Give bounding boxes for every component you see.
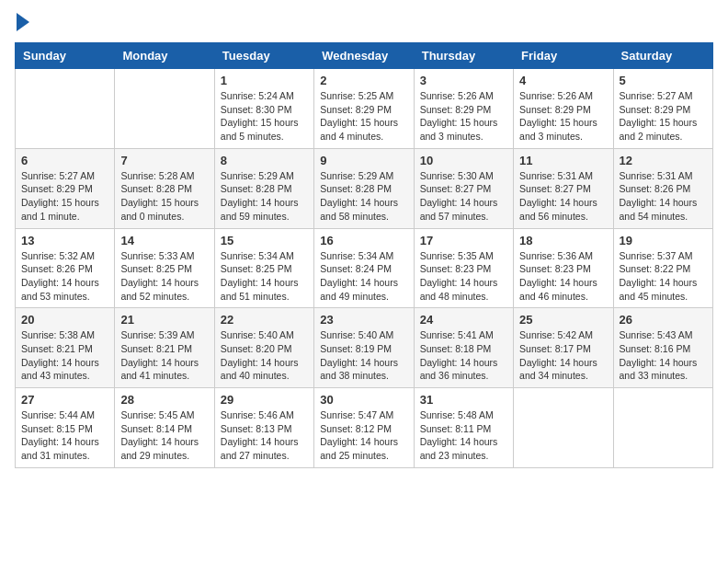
day-number: 22 bbox=[221, 313, 308, 327]
day-info: Sunrise: 5:29 AM Sunset: 8:28 PM Dayligh… bbox=[221, 169, 308, 224]
day-number: 21 bbox=[120, 313, 208, 327]
day-info: Sunrise: 5:27 AM Sunset: 8:29 PM Dayligh… bbox=[21, 169, 108, 224]
day-number: 9 bbox=[320, 154, 407, 167]
day-number: 3 bbox=[420, 74, 507, 87]
calendar-table: SundayMondayTuesdayWednesdayThursdayFrid… bbox=[15, 42, 713, 468]
calendar-cell: 31Sunrise: 5:48 AM Sunset: 8:11 PM Dayli… bbox=[414, 388, 513, 468]
calendar-cell: 26Sunrise: 5:43 AM Sunset: 8:16 PM Dayli… bbox=[613, 308, 712, 388]
calendar-cell: 15Sunrise: 5:34 AM Sunset: 8:25 PM Dayli… bbox=[214, 228, 313, 308]
day-number: 16 bbox=[320, 234, 407, 247]
day-number: 7 bbox=[120, 154, 208, 167]
calendar-week-row: 13Sunrise: 5:32 AM Sunset: 8:26 PM Dayli… bbox=[16, 228, 713, 308]
calendar-header-row: SundayMondayTuesdayWednesdayThursdayFrid… bbox=[16, 43, 713, 69]
calendar-cell: 16Sunrise: 5:34 AM Sunset: 8:24 PM Dayli… bbox=[314, 228, 414, 308]
day-number: 19 bbox=[620, 234, 707, 247]
day-info: Sunrise: 5:31 AM Sunset: 8:26 PM Dayligh… bbox=[620, 169, 707, 224]
day-info: Sunrise: 5:31 AM Sunset: 8:27 PM Dayligh… bbox=[519, 169, 607, 224]
day-number: 28 bbox=[120, 393, 208, 407]
day-of-week-header: Tuesday bbox=[214, 43, 313, 69]
calendar-cell: 24Sunrise: 5:41 AM Sunset: 8:18 PM Dayli… bbox=[414, 308, 513, 388]
calendar-cell: 4Sunrise: 5:26 AM Sunset: 8:29 PM Daylig… bbox=[514, 69, 613, 149]
day-number: 5 bbox=[620, 74, 707, 87]
day-number: 11 bbox=[519, 154, 607, 167]
day-info: Sunrise: 5:43 AM Sunset: 8:16 PM Dayligh… bbox=[620, 328, 707, 383]
day-info: Sunrise: 5:28 AM Sunset: 8:28 PM Dayligh… bbox=[120, 169, 208, 224]
day-number: 13 bbox=[21, 234, 108, 247]
calendar-cell: 11Sunrise: 5:31 AM Sunset: 8:27 PM Dayli… bbox=[514, 148, 613, 228]
calendar-cell bbox=[514, 388, 613, 468]
calendar-cell: 29Sunrise: 5:46 AM Sunset: 8:13 PM Dayli… bbox=[214, 388, 313, 468]
day-info: Sunrise: 5:33 AM Sunset: 8:25 PM Dayligh… bbox=[120, 249, 208, 304]
calendar-cell: 25Sunrise: 5:42 AM Sunset: 8:17 PM Dayli… bbox=[514, 308, 613, 388]
calendar-cell: 8Sunrise: 5:29 AM Sunset: 8:28 PM Daylig… bbox=[214, 148, 313, 228]
day-info: Sunrise: 5:48 AM Sunset: 8:11 PM Dayligh… bbox=[420, 408, 507, 463]
day-of-week-header: Friday bbox=[514, 43, 613, 69]
day-number: 24 bbox=[420, 313, 507, 327]
logo bbox=[15, 15, 29, 31]
day-info: Sunrise: 5:25 AM Sunset: 8:29 PM Dayligh… bbox=[320, 89, 407, 144]
day-number: 23 bbox=[320, 313, 407, 327]
day-info: Sunrise: 5:29 AM Sunset: 8:28 PM Dayligh… bbox=[320, 169, 407, 224]
calendar-cell: 21Sunrise: 5:39 AM Sunset: 8:21 PM Dayli… bbox=[115, 308, 214, 388]
day-number: 31 bbox=[420, 393, 507, 407]
calendar-cell: 30Sunrise: 5:47 AM Sunset: 8:12 PM Dayli… bbox=[314, 388, 414, 468]
day-info: Sunrise: 5:34 AM Sunset: 8:24 PM Dayligh… bbox=[320, 249, 407, 304]
day-info: Sunrise: 5:26 AM Sunset: 8:29 PM Dayligh… bbox=[519, 89, 607, 144]
calendar-week-row: 6Sunrise: 5:27 AM Sunset: 8:29 PM Daylig… bbox=[16, 148, 713, 228]
day-info: Sunrise: 5:40 AM Sunset: 8:20 PM Dayligh… bbox=[221, 328, 308, 383]
calendar-cell bbox=[613, 388, 712, 468]
day-info: Sunrise: 5:39 AM Sunset: 8:21 PM Dayligh… bbox=[120, 328, 208, 383]
day-number: 4 bbox=[519, 74, 607, 87]
day-number: 1 bbox=[221, 74, 308, 87]
calendar-cell: 13Sunrise: 5:32 AM Sunset: 8:26 PM Dayli… bbox=[16, 228, 115, 308]
day-info: Sunrise: 5:38 AM Sunset: 8:21 PM Dayligh… bbox=[21, 328, 108, 383]
day-number: 2 bbox=[320, 74, 407, 87]
calendar-cell: 28Sunrise: 5:45 AM Sunset: 8:14 PM Dayli… bbox=[115, 388, 214, 468]
page-header bbox=[15, 15, 713, 31]
calendar-cell: 6Sunrise: 5:27 AM Sunset: 8:29 PM Daylig… bbox=[16, 148, 115, 228]
calendar-cell: 22Sunrise: 5:40 AM Sunset: 8:20 PM Dayli… bbox=[214, 308, 313, 388]
calendar-cell: 12Sunrise: 5:31 AM Sunset: 8:26 PM Dayli… bbox=[613, 148, 712, 228]
day-number: 29 bbox=[221, 393, 308, 407]
day-info: Sunrise: 5:46 AM Sunset: 8:13 PM Dayligh… bbox=[221, 408, 308, 463]
day-info: Sunrise: 5:34 AM Sunset: 8:25 PM Dayligh… bbox=[221, 249, 308, 304]
day-number: 18 bbox=[519, 234, 607, 247]
day-info: Sunrise: 5:37 AM Sunset: 8:22 PM Dayligh… bbox=[620, 249, 707, 304]
calendar-cell: 23Sunrise: 5:40 AM Sunset: 8:19 PM Dayli… bbox=[314, 308, 414, 388]
day-info: Sunrise: 5:30 AM Sunset: 8:27 PM Dayligh… bbox=[420, 169, 507, 224]
day-info: Sunrise: 5:27 AM Sunset: 8:29 PM Dayligh… bbox=[620, 89, 707, 144]
calendar-cell: 9Sunrise: 5:29 AM Sunset: 8:28 PM Daylig… bbox=[314, 148, 414, 228]
day-number: 20 bbox=[21, 313, 108, 327]
day-number: 12 bbox=[620, 154, 707, 167]
day-of-week-header: Sunday bbox=[16, 43, 115, 69]
calendar-cell bbox=[115, 69, 214, 149]
day-of-week-header: Thursday bbox=[414, 43, 513, 69]
calendar-cell bbox=[16, 69, 115, 149]
day-info: Sunrise: 5:41 AM Sunset: 8:18 PM Dayligh… bbox=[420, 328, 507, 383]
day-info: Sunrise: 5:44 AM Sunset: 8:15 PM Dayligh… bbox=[21, 408, 108, 463]
day-number: 17 bbox=[420, 234, 507, 247]
day-number: 14 bbox=[120, 234, 208, 247]
day-info: Sunrise: 5:45 AM Sunset: 8:14 PM Dayligh… bbox=[120, 408, 208, 463]
calendar-week-row: 1Sunrise: 5:24 AM Sunset: 8:30 PM Daylig… bbox=[16, 69, 713, 149]
calendar-cell: 27Sunrise: 5:44 AM Sunset: 8:15 PM Dayli… bbox=[16, 388, 115, 468]
calendar-cell: 14Sunrise: 5:33 AM Sunset: 8:25 PM Dayli… bbox=[115, 228, 214, 308]
day-info: Sunrise: 5:24 AM Sunset: 8:30 PM Dayligh… bbox=[221, 89, 308, 144]
calendar-cell: 10Sunrise: 5:30 AM Sunset: 8:27 PM Dayli… bbox=[414, 148, 513, 228]
calendar-cell: 20Sunrise: 5:38 AM Sunset: 8:21 PM Dayli… bbox=[16, 308, 115, 388]
calendar-cell: 17Sunrise: 5:35 AM Sunset: 8:23 PM Dayli… bbox=[414, 228, 513, 308]
day-number: 8 bbox=[221, 154, 308, 167]
calendar-cell: 3Sunrise: 5:26 AM Sunset: 8:29 PM Daylig… bbox=[414, 69, 513, 149]
day-number: 15 bbox=[221, 234, 308, 247]
day-info: Sunrise: 5:32 AM Sunset: 8:26 PM Dayligh… bbox=[21, 249, 108, 304]
calendar-week-row: 20Sunrise: 5:38 AM Sunset: 8:21 PM Dayli… bbox=[16, 308, 713, 388]
day-info: Sunrise: 5:26 AM Sunset: 8:29 PM Dayligh… bbox=[420, 89, 507, 144]
calendar-cell: 19Sunrise: 5:37 AM Sunset: 8:22 PM Dayli… bbox=[613, 228, 712, 308]
day-of-week-header: Wednesday bbox=[314, 43, 414, 69]
logo-arrow-icon bbox=[17, 13, 29, 31]
day-number: 26 bbox=[620, 313, 707, 327]
day-number: 6 bbox=[21, 154, 108, 167]
day-number: 30 bbox=[320, 393, 407, 407]
calendar-week-row: 27Sunrise: 5:44 AM Sunset: 8:15 PM Dayli… bbox=[16, 388, 713, 468]
day-of-week-header: Monday bbox=[115, 43, 214, 69]
